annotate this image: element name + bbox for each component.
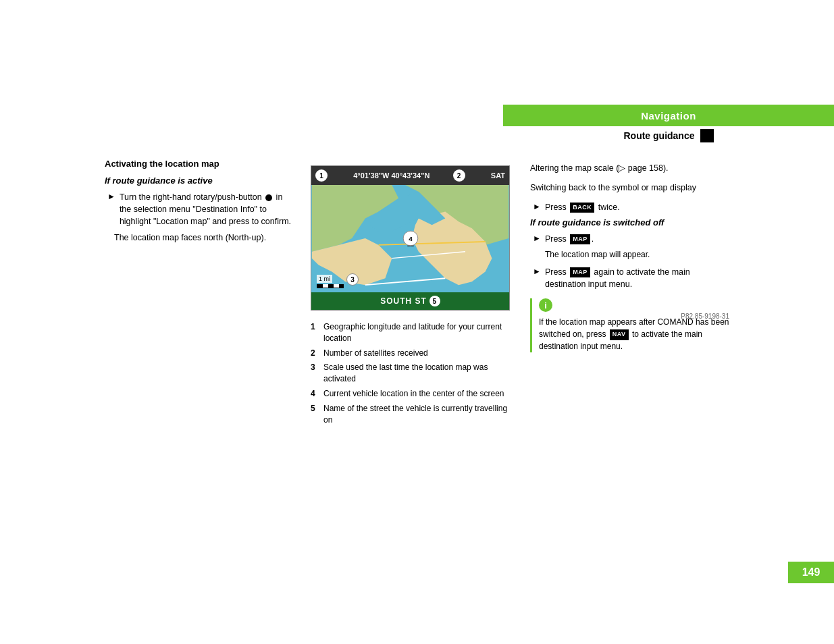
map-scale-line <box>317 284 344 288</box>
svg-text:4: 4 <box>409 235 413 242</box>
map-badge-3: 3 <box>346 273 359 286</box>
item-text-3: Scale used the last time the location ma… <box>323 362 510 385</box>
item-text-1: Geographic longitude and latitude for yo… <box>323 321 510 344</box>
item-num-1: 1 <box>311 321 320 333</box>
map-coords: 4°01'38"W 40°43'34"N <box>353 171 429 180</box>
switching-text: Switching back to the symbol or map disp… <box>530 183 696 192</box>
altering-text: Altering the map scale (▷ page 158). <box>530 163 669 173</box>
numbered-list: 1 Geographic longitude and latitude for … <box>311 321 510 429</box>
info-box: i If the location map appears after COMA… <box>530 298 729 352</box>
twice-text: twice. <box>598 203 620 212</box>
map-street-name: SOUTH ST <box>380 296 427 306</box>
map-badge-2: 2 <box>453 169 465 182</box>
route-guidance-header: Route guidance <box>503 126 834 145</box>
bullet-arrow-back: ► <box>533 202 541 211</box>
bullet-press-map-2: ► Press MAP again to activate the main d… <box>530 266 729 290</box>
bullet-press-map-1: ► Press MAP. <box>530 233 729 245</box>
bullet-press-back: ► Press BACK twice. <box>530 201 729 213</box>
list-item: 2 Number of satellites received <box>311 348 510 359</box>
item-num-4: 4 <box>311 388 320 400</box>
map-bottom-bar: SOUTH ST 5 <box>311 292 509 310</box>
map-top-bar: 1 4°01'38"W 40°43'34"N 2 SAT <box>311 166 509 185</box>
route-guidance-label: Route guidance <box>623 130 694 141</box>
page-number: 149 <box>802 566 820 579</box>
map-badge-5: 5 <box>429 296 440 306</box>
subsection-active: If route guidance is active <box>105 176 294 186</box>
map-scale-label: 1 mi <box>317 275 332 283</box>
info-box-text: If the location map appears after COMAND… <box>539 316 729 352</box>
right-column: Altering the map scale (▷ page 158). Swi… <box>530 162 729 352</box>
navigation-title: Navigation <box>641 110 696 122</box>
list-item: 3 Scale used the last time the location … <box>311 362 510 385</box>
note-text: The location map faces north (North-up). <box>105 232 294 244</box>
left-column: Activating the location map If route gui… <box>105 159 294 244</box>
header-bar: Navigation Route guidance <box>503 105 834 126</box>
location-map-appear: The location map will appear. <box>530 249 729 261</box>
item-text-2: Number of satellites received <box>323 348 428 359</box>
switching-back-text: Switching back to the symbol or map disp… <box>530 182 729 194</box>
bullet-item-1: ► Turn the right-hand rotary/push-button… <box>105 191 294 227</box>
item-num-2: 2 <box>311 348 320 359</box>
info-icon: i <box>539 298 552 312</box>
map-badge-1: 1 <box>315 169 328 182</box>
page-number-box: 149 <box>788 562 834 583</box>
bullet-text-1: Turn the right-hand rotary/push-button i… <box>120 191 294 227</box>
bullet-arrow-map1: ► <box>533 234 541 243</box>
list-item: 4 Current vehicle location in the center… <box>311 388 510 400</box>
map-scale: 1 mi <box>317 275 344 288</box>
bullet-text-map1: Press MAP. <box>545 233 594 245</box>
section-title: Activating the location map <box>105 159 294 169</box>
item-text-4: Current vehicle location in the center o… <box>323 388 504 400</box>
item-num-5: 5 <box>311 403 320 414</box>
list-item: 1 Geographic longitude and latitude for … <box>311 321 510 344</box>
list-item: 5 Name of the street the vehicle is curr… <box>311 403 510 426</box>
map-button-label-2: MAP <box>570 267 590 277</box>
altering-map-text: Altering the map scale (▷ page 158). <box>530 162 729 175</box>
navigation-header: Navigation <box>503 105 834 126</box>
map-sat: SAT <box>491 171 505 180</box>
bullet-arrow-1: ► <box>107 192 115 201</box>
again-text: again to activate the main destination i… <box>545 267 690 289</box>
map-scale-bar <box>317 284 344 288</box>
circle-icon <box>265 194 272 201</box>
bullet-arrow-map2: ► <box>533 267 541 276</box>
item-text-5: Name of the street the vehicle is curren… <box>323 403 510 426</box>
map-button-label-1: MAP <box>570 234 590 244</box>
map-inner: 1 4°01'38"W 40°43'34"N 2 SAT 4 <box>311 166 509 310</box>
nav-button-label: NAV <box>610 329 629 340</box>
route-guidance-black-box <box>700 129 714 142</box>
item-num-3: 3 <box>311 362 320 373</box>
subsection-off: If route guidance is switched off <box>530 217 729 227</box>
bullet-text-back: Press BACK twice. <box>545 201 620 213</box>
back-button-label: BACK <box>570 203 594 213</box>
bullet-text-map2: Press MAP again to activate the main des… <box>545 266 729 290</box>
map-container: 1 4°01'38"W 40°43'34"N 2 SAT 4 <box>311 165 510 311</box>
